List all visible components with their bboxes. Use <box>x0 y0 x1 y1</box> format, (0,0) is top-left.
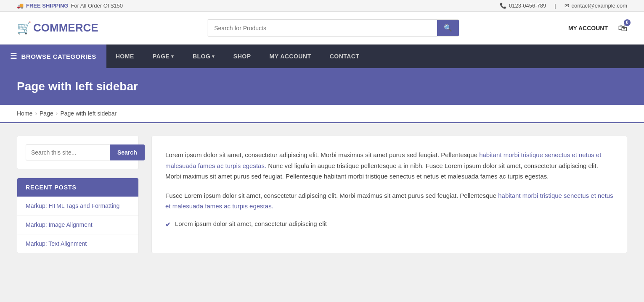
nav-link-page[interactable]: PAGE ▾ <box>143 45 183 68</box>
search-bar: 🔍 <box>207 19 459 37</box>
hamburger-icon: ☰ <box>10 52 17 61</box>
breadcrumb-current: Page with left sidebar <box>60 110 117 117</box>
main-nav: ☰ BROWSE CATEGORIES HOME PAGE ▾ BLOG ▾ S… <box>0 45 644 68</box>
my-account-link[interactable]: MY ACCOUNT <box>568 25 608 32</box>
nav-item-home: HOME <box>106 45 143 68</box>
article-check-item-1: ✔ Lorem ipsum dolor sit amet, consectetu… <box>165 220 613 228</box>
article-paragraph-2: Fusce Lorem ipsum dolor sit amet, consec… <box>165 190 613 212</box>
cart-badge: 0 <box>624 19 631 26</box>
breadcrumb-sep-2: › <box>56 110 58 117</box>
logo-text: COMMERCE <box>33 21 98 34</box>
nav-link-contact[interactable]: CONTACT <box>321 45 369 68</box>
header: 🛒 COMMERCE 🔍 MY ACCOUNT 🛍 0 <box>0 12 644 45</box>
breadcrumb-home[interactable]: Home <box>17 110 32 117</box>
nav-links: HOME PAGE ▾ BLOG ▾ SHOP MY ACCOUNT CONTA… <box>106 45 644 68</box>
recent-posts-label: RECENT POSTS <box>26 184 77 191</box>
nav-item-shop: SHOP <box>224 45 260 68</box>
search-input[interactable] <box>207 20 437 36</box>
article-paragraph-1: Lorem ipsum dolor sit amet, consectetur … <box>165 150 613 182</box>
recent-post-title-1: Markup: HTML Tags and Formatting <box>26 202 119 209</box>
browse-categories-button[interactable]: ☰ BROWSE CATEGORIES <box>0 45 106 68</box>
browse-categories-label: BROWSE CATEGORIES <box>21 53 96 60</box>
article-content: Lorem ipsum dolor sit amet, consectetur … <box>151 136 627 253</box>
sidebar-search-button[interactable]: Search <box>110 144 145 160</box>
sidebar: Search RECENT POSTS Markup: HTML Tags an… <box>17 136 139 253</box>
sidebar-search-box: Search <box>17 136 139 169</box>
recent-post-title-3: Markup: Text Alignment <box>26 240 87 247</box>
top-bar: 🚚 FREE SHIPPING For All Order Of $150 📞 … <box>0 0 644 12</box>
nav-item-blog: BLOG ▾ <box>183 45 224 68</box>
blog-arrow-icon: ▾ <box>212 45 215 68</box>
main-content: Search RECENT POSTS Markup: HTML Tags an… <box>0 123 644 266</box>
recent-post-title-2: Markup: Image Alignment <box>26 221 93 228</box>
breadcrumb-sep-1: › <box>35 110 37 117</box>
email-address: contact@example.com <box>572 3 627 9</box>
page-title: Page with left sidebar <box>17 80 627 93</box>
nav-item-my-account: MY ACCOUNT <box>260 45 321 68</box>
truck-icon: 🚚 <box>17 3 24 9</box>
article-link-2[interactable]: habitant morbi tristique senectus et net… <box>165 192 613 210</box>
phone-info: 📞 0123-0456-789 <box>500 3 546 9</box>
divider: | <box>554 3 556 9</box>
recent-post-item-3[interactable]: Markup: Text Alignment <box>17 234 138 253</box>
nav-item-contact: CONTACT <box>321 45 369 68</box>
recent-posts-widget: RECENT POSTS Markup: HTML Tags and Forma… <box>17 178 139 253</box>
cart-logo-icon: 🛒 <box>17 21 32 35</box>
shipping-text: For All Order Of $150 <box>71 3 123 9</box>
logo[interactable]: 🛒 COMMERCE <box>17 21 98 35</box>
sidebar-search-input[interactable] <box>26 144 110 160</box>
phone-icon: 📞 <box>500 3 506 9</box>
recent-post-item-1[interactable]: Markup: HTML Tags and Formatting <box>17 197 138 215</box>
search-button[interactable]: 🔍 <box>437 20 459 36</box>
article-link-1[interactable]: habitant morbi tristique senectus et net… <box>165 151 601 169</box>
page-arrow-icon: ▾ <box>171 45 174 68</box>
recent-posts-header: RECENT POSTS <box>17 178 138 197</box>
nav-item-page: PAGE ▾ <box>143 45 183 68</box>
phone-number: 0123-0456-789 <box>509 3 546 9</box>
email-icon: ✉ <box>564 3 569 9</box>
checkmark-icon: ✔ <box>165 221 171 228</box>
nav-link-shop[interactable]: SHOP <box>224 45 260 68</box>
breadcrumb: Home › Page › Page with left sidebar <box>0 105 644 123</box>
email-info: ✉ contact@example.com <box>564 3 627 9</box>
breadcrumb-page[interactable]: Page <box>40 110 53 117</box>
free-shipping-label: FREE SHIPPING <box>26 3 68 9</box>
top-bar-left: 🚚 FREE SHIPPING For All Order Of $150 <box>17 3 123 9</box>
nav-link-my-account[interactable]: MY ACCOUNT <box>260 45 321 68</box>
top-bar-right: 📞 0123-0456-789 | ✉ contact@example.com <box>500 3 627 9</box>
header-right: MY ACCOUNT 🛍 0 <box>568 23 627 34</box>
cart-button[interactable]: 🛍 0 <box>618 23 627 34</box>
check-item-text-1: Lorem ipsum dolor sit amet, consectetur … <box>175 220 327 227</box>
recent-post-item-2[interactable]: Markup: Image Alignment <box>17 215 138 234</box>
nav-link-blog[interactable]: BLOG ▾ <box>183 45 224 68</box>
nav-link-home[interactable]: HOME <box>106 45 143 68</box>
page-header: Page with left sidebar <box>0 68 644 105</box>
